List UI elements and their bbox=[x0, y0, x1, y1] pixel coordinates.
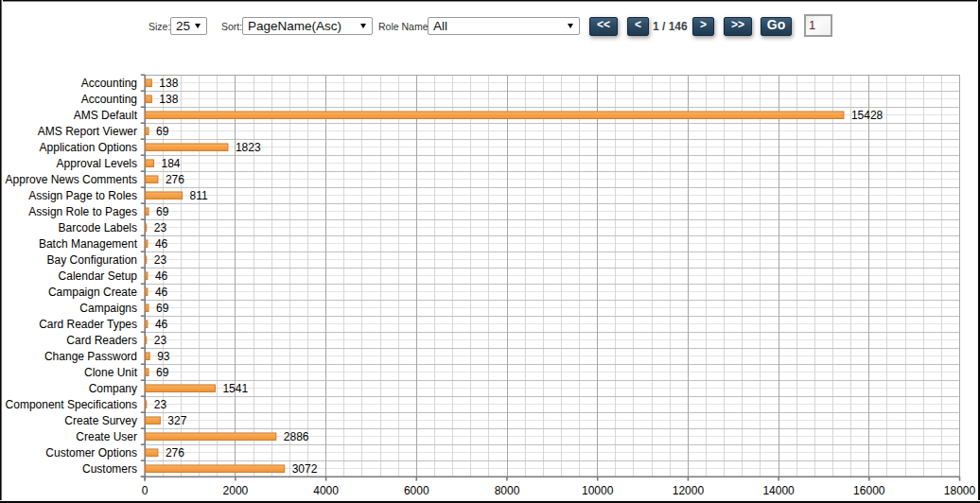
svg-text:Barcode Labels: Barcode Labels bbox=[59, 221, 137, 234]
svg-text:Change Password: Change Password bbox=[44, 350, 137, 363]
svg-text:Create Survey: Create Survey bbox=[64, 414, 137, 427]
svg-text:46: 46 bbox=[155, 286, 168, 299]
svg-text:18000: 18000 bbox=[944, 484, 976, 497]
svg-text:Assign Page to Roles: Assign Page to Roles bbox=[28, 189, 137, 202]
svg-text:69: 69 bbox=[156, 125, 169, 138]
svg-text:Batch Management: Batch Management bbox=[39, 237, 138, 251]
svg-text:Customer Options: Customer Options bbox=[45, 446, 137, 460]
svg-text:Approve News Comments: Approve News Comments bbox=[6, 173, 137, 186]
svg-text:1823: 1823 bbox=[236, 141, 261, 154]
svg-text:Card Reader Types: Card Reader Types bbox=[39, 318, 137, 331]
svg-text:4000: 4000 bbox=[313, 484, 339, 497]
svg-text:327: 327 bbox=[167, 414, 186, 427]
svg-text:AMS Report Viewer: AMS Report Viewer bbox=[38, 125, 137, 138]
svg-text:93: 93 bbox=[157, 350, 170, 363]
svg-text:2000: 2000 bbox=[223, 484, 249, 497]
svg-text:Calendar Setup: Calendar Setup bbox=[59, 269, 138, 283]
svg-text:23: 23 bbox=[154, 221, 167, 234]
svg-text:811: 811 bbox=[190, 189, 208, 202]
svg-text:46: 46 bbox=[155, 237, 168, 251]
svg-text:1541: 1541 bbox=[222, 382, 248, 395]
svg-text:Card Readers: Card Readers bbox=[66, 334, 137, 347]
svg-text:Accounting: Accounting bbox=[81, 93, 137, 106]
svg-text:Company: Company bbox=[89, 382, 137, 395]
svg-text:Assign Role to Pages: Assign Role to Pages bbox=[28, 205, 137, 218]
svg-text:69: 69 bbox=[156, 366, 169, 379]
svg-text:184: 184 bbox=[162, 157, 181, 170]
svg-text:276: 276 bbox=[166, 173, 184, 186]
svg-text:Application Options: Application Options bbox=[40, 141, 137, 154]
svg-text:23: 23 bbox=[154, 253, 167, 267]
svg-text:69: 69 bbox=[156, 205, 169, 218]
svg-text:Campaign Create: Campaign Create bbox=[48, 286, 137, 299]
svg-text:Bay Configuration: Bay Configuration bbox=[47, 253, 137, 267]
svg-text:276: 276 bbox=[166, 446, 184, 460]
svg-text:8000: 8000 bbox=[495, 484, 520, 497]
svg-text:AMS Default: AMS Default bbox=[74, 109, 138, 122]
svg-text:2886: 2886 bbox=[284, 430, 309, 443]
svg-text:3072: 3072 bbox=[292, 462, 318, 476]
svg-text:69: 69 bbox=[156, 302, 169, 315]
svg-text:138: 138 bbox=[159, 77, 178, 90]
svg-text:Create User: Create User bbox=[76, 430, 137, 443]
svg-text:10000: 10000 bbox=[582, 484, 614, 497]
svg-text:16000: 16000 bbox=[853, 484, 885, 497]
svg-text:23: 23 bbox=[154, 398, 167, 411]
svg-text:46: 46 bbox=[155, 318, 168, 331]
svg-text:12000: 12000 bbox=[673, 484, 705, 497]
svg-text:Clone Unit: Clone Unit bbox=[84, 366, 138, 379]
svg-text:Customers: Customers bbox=[82, 462, 137, 476]
svg-text:15428: 15428 bbox=[851, 109, 884, 122]
svg-text:23: 23 bbox=[154, 334, 167, 347]
svg-text:46: 46 bbox=[155, 269, 168, 283]
svg-text:0: 0 bbox=[142, 484, 149, 497]
svg-text:Component Specifications: Component Specifications bbox=[6, 398, 137, 411]
svg-text:14000: 14000 bbox=[762, 484, 795, 497]
svg-text:Approval Levels: Approval Levels bbox=[57, 157, 137, 170]
svg-text:6000: 6000 bbox=[404, 484, 429, 497]
svg-text:Accounting: Accounting bbox=[81, 77, 137, 90]
svg-text:Campaigns: Campaigns bbox=[79, 302, 137, 315]
svg-text:138: 138 bbox=[159, 93, 178, 106]
